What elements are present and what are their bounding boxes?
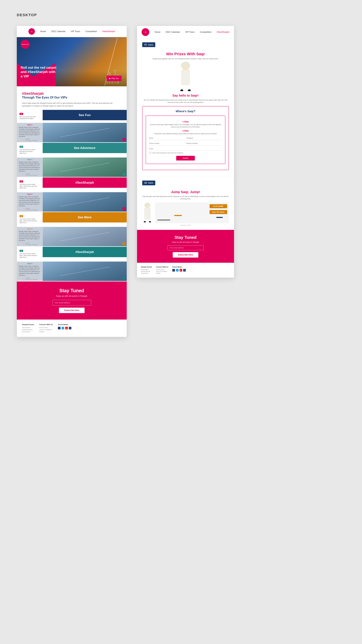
left-footer-col-2-title: Connect With Us bbox=[39, 324, 53, 326]
right-email-input[interactable] bbox=[168, 245, 204, 250]
right-logo: SE bbox=[142, 28, 149, 36]
right-footer-col-2: Connect With Us Privacy Policy Terms & C… bbox=[156, 266, 169, 274]
name-input[interactable] bbox=[149, 136, 185, 140]
submit-button[interactable]: Submit bbox=[176, 156, 195, 160]
left-footer: Sharjah Events Annual Moon Sharjah Bienn… bbox=[17, 320, 127, 337]
tour-card-4-number: #4 bbox=[19, 215, 23, 217]
game1-badge-label: Game bbox=[148, 44, 153, 46]
right-nav-competition[interactable]: Competition bbox=[200, 31, 211, 34]
win-prizes-desc: Simply play together with our new Sharja… bbox=[142, 58, 229, 60]
tour-1-badge bbox=[123, 138, 126, 141]
tour-4-image bbox=[43, 227, 127, 246]
tour-2-image bbox=[43, 158, 127, 177]
right-footer-link-1[interactable]: Annual Moon bbox=[141, 269, 152, 270]
game2-badge-num: #2 bbox=[144, 182, 147, 184]
left-footer-col-2: Connect With Us Privacy Policy Terms & C… bbox=[39, 324, 53, 333]
tour-5-badge bbox=[123, 277, 126, 280]
jump-desc: Play this game and help Saqr jump over t… bbox=[142, 195, 229, 200]
left-footer-col-3: Social Media f t ▶ in bbox=[58, 324, 71, 333]
author-2-avatar bbox=[22, 173, 25, 176]
left-youtube-icon[interactable]: ▶ bbox=[65, 327, 68, 330]
left-subscribe-button[interactable]: Subscribe Here bbox=[59, 308, 84, 313]
hero-play-button[interactable]: ▶ Play Tour bbox=[107, 76, 122, 81]
right-stay-tuned-title: Stay Tuned bbox=[142, 235, 229, 240]
tour-image-row-1: Tour 1 Sharjah Ladies Club is hosting th… bbox=[17, 123, 127, 142]
right-youtube-icon[interactable]: ▶ bbox=[180, 269, 182, 272]
game2-preview: PLAY GAME Start The Game bbox=[142, 202, 229, 223]
right-nav-calendar[interactable]: 2021 Calendar bbox=[166, 31, 180, 34]
form-checkbox: I have read and agree to the terms and c… bbox=[149, 152, 222, 154]
instagram-input[interactable] bbox=[186, 136, 222, 140]
platforms bbox=[157, 210, 227, 220]
right-footer-col-3: Social Media f t ▶ in bbox=[172, 266, 186, 274]
right-footer-col-1-title: Sharjah Events bbox=[141, 266, 152, 268]
left-footer-sharjah[interactable]: Sharjah bbox=[39, 331, 53, 332]
tour-2-label: Tour 2 bbox=[27, 158, 32, 160]
tour-card-3-banner[interactable]: #SeeSharjah bbox=[43, 178, 127, 188]
screen-right: SE Home 2021 Calendar VIP Tours Competit… bbox=[137, 26, 234, 278]
left-nav-home[interactable]: Home bbox=[40, 30, 46, 33]
right-linkedin-icon[interactable]: in bbox=[183, 269, 186, 272]
author-3-name: VENUEUniversity of Sharjah bbox=[25, 208, 37, 211]
right-facebook-icon[interactable]: f bbox=[172, 269, 175, 272]
left-footer-link-2[interactable]: Sharjah Biennial bbox=[22, 329, 34, 330]
left-stay-tuned-title: Stay Tuned bbox=[22, 288, 122, 294]
left-facebook-icon[interactable]: f bbox=[58, 327, 60, 330]
tour-card-3: #3 Tour some come true aboutSaqr 1. More… bbox=[17, 178, 127, 192]
left-footer-exhibition[interactable]: Terms & Conditions bbox=[39, 329, 53, 330]
right-nav: SE Home 2021 Calendar VIP Tours Competit… bbox=[137, 26, 234, 38]
left-logo: SE bbox=[28, 28, 35, 35]
left-nav: SE Home 2021 Calendar VIP Tours Competit… bbox=[17, 26, 127, 37]
right-footer-col-3-title: Social Media bbox=[172, 266, 186, 268]
right-footer-exhibition[interactable]: Terms & Conditions bbox=[156, 271, 169, 272]
left-nav-vip-tours[interactable]: VIP Tours bbox=[71, 30, 80, 33]
left-email-input[interactable] bbox=[52, 300, 91, 306]
left-twitter-icon[interactable]: t bbox=[62, 327, 64, 330]
right-nav-seesharjah[interactable]: #SeeSharjah bbox=[217, 31, 229, 34]
left-nav-seesharjah[interactable]: #SeeSharjah bbox=[102, 30, 115, 33]
right-footer-link-2[interactable]: Sharjah Biennial bbox=[141, 271, 152, 272]
terms-checkbox[interactable] bbox=[149, 152, 151, 154]
right-twitter-icon[interactable]: t bbox=[176, 269, 179, 272]
left-footer-link-1[interactable]: Annual Moon bbox=[22, 327, 34, 328]
say-hello-desc: He's our friendly new Sharjah Events mas… bbox=[142, 99, 229, 104]
tour-card-2-banner[interactable]: See Adventure bbox=[43, 143, 127, 153]
game2-badge: #2 Game bbox=[142, 180, 155, 185]
tour-4-details: Tour 3 Sharjah Ladies Club is hosting th… bbox=[17, 227, 43, 246]
author-1-avatar bbox=[22, 138, 25, 141]
tour-card-5-number: #5 bbox=[19, 250, 23, 252]
right-footer-sharjah[interactable]: Sharjah bbox=[156, 272, 169, 274]
right-footer-link-3[interactable]: Annual Moon bbox=[141, 272, 152, 274]
win-prizes-title: Win Prizes With Saqr bbox=[142, 52, 229, 56]
left-linkedin-icon[interactable]: in bbox=[69, 327, 71, 330]
right-nav-vip-tours[interactable]: VIP Tours bbox=[185, 31, 194, 34]
tour-3-author: VENUEUniversity of Sharjah bbox=[22, 208, 37, 211]
left-nav-calendar[interactable]: 2021 Calendar bbox=[51, 30, 66, 33]
game-platform-container: PLAY GAME Start The Game bbox=[155, 202, 229, 223]
left-footer-link-3[interactable]: Annual Moon bbox=[22, 331, 34, 332]
play-game-button[interactable]: PLAY GAME bbox=[209, 204, 227, 208]
tour-card-5-banner[interactable]: #SeeSharjah bbox=[43, 247, 127, 257]
right-footer-col-1: Sharjah Events Annual Moon Sharjah Bienn… bbox=[141, 266, 152, 274]
phone-input[interactable] bbox=[149, 142, 185, 146]
tour-3-badge bbox=[123, 208, 126, 210]
left-social-icons: f t ▶ in bbox=[58, 327, 71, 330]
tour-card-3-number: #3 bbox=[19, 180, 23, 182]
jump-title: Jump Saqr, Jump! bbox=[142, 190, 229, 194]
step2-title: 2 Step bbox=[149, 130, 222, 132]
game1-badge: #1 Game bbox=[142, 42, 155, 47]
phone2-input[interactable] bbox=[186, 142, 222, 146]
tour-card-4-banner[interactable]: See More bbox=[43, 212, 127, 222]
left-nav-competition[interactable]: Competition bbox=[85, 30, 97, 33]
right-subscribe-button[interactable]: Subscribe Here bbox=[173, 252, 198, 258]
tour-4-badge bbox=[123, 242, 126, 245]
left-footer-email[interactable]: Privacy Policy bbox=[39, 327, 53, 328]
right-nav-home[interactable]: Home bbox=[155, 31, 160, 34]
author-4-name: VENUEUniversity of Sharjah bbox=[25, 242, 37, 246]
tour-card-5-info: #5 Tour some come true aboutSaqr 1. More… bbox=[17, 247, 43, 261]
tour-5-details: Tour 3 Sharjah Ladies Club is hosting th… bbox=[17, 262, 43, 281]
tour-card-1-banner[interactable]: See Fun bbox=[43, 110, 127, 120]
right-footer-email[interactable]: Privacy Policy bbox=[156, 269, 169, 270]
screens-container: SE Home 2021 Calendar VIP Tours Competit… bbox=[17, 26, 234, 337]
email-input[interactable] bbox=[149, 147, 222, 151]
